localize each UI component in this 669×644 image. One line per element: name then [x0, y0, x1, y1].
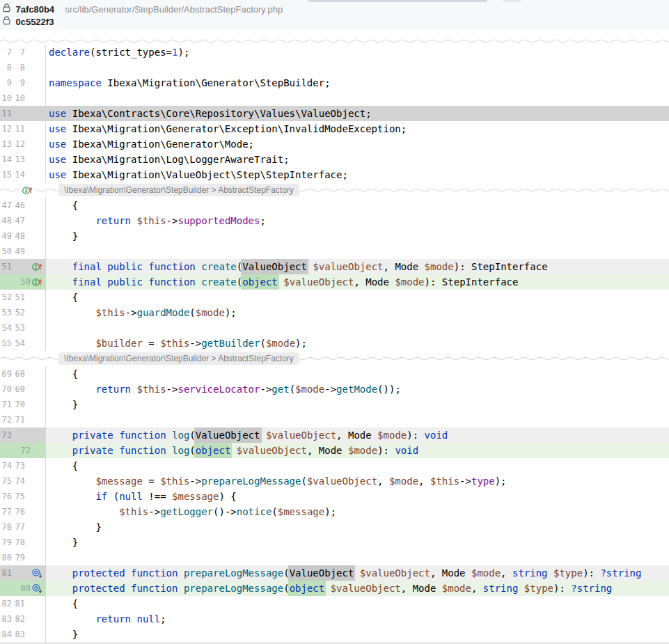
- line-number-new: 70: [13, 397, 25, 412]
- gutter: 7574: [0, 473, 46, 489]
- line-number-new: 79: [13, 550, 25, 565]
- gutter: 1211: [0, 121, 46, 136]
- line-number-new: 9: [13, 75, 25, 91]
- code-text[interactable]: [46, 244, 669, 259]
- line-number-old: 53: [0, 305, 12, 320]
- collapsed-region-breadcrumb[interactable]: \Ibexa\Migration\Generator\StepBuilder >…: [58, 184, 299, 196]
- code-text[interactable]: final public function create(ValueObject…: [46, 259, 669, 274]
- line-number-new: 11: [13, 121, 25, 136]
- line-number-new: 68: [13, 366, 25, 382]
- code-text[interactable]: [46, 91, 669, 106]
- code-text[interactable]: }: [46, 228, 669, 244]
- code-line: 7978 }: [0, 535, 669, 550]
- line-number-old: 8: [0, 60, 12, 75]
- gutter: 7069: [0, 382, 46, 397]
- line-number-new: 71: [13, 412, 25, 427]
- code-text[interactable]: if (null !== $message) {: [46, 489, 669, 504]
- line-number-new: 78: [13, 535, 25, 550]
- code-text[interactable]: [46, 320, 669, 336]
- implements-interface-icon[interactable]: [31, 261, 42, 272]
- code-line: 50 final public function create(object $…: [0, 274, 669, 290]
- code-text[interactable]: }: [46, 397, 669, 412]
- code-text[interactable]: $builder = $this->getBuilder($mode);: [46, 336, 669, 351]
- code-text[interactable]: declare(strict_types=1);: [46, 45, 669, 60]
- implements-interface-icon[interactable]: [31, 276, 42, 288]
- code-text[interactable]: use Ibexa\Contracts\Core\Repository\Valu…: [46, 106, 669, 121]
- gutter: 80: [0, 581, 46, 596]
- gutter: 7170: [0, 397, 46, 412]
- line-number-old: 69: [0, 366, 12, 382]
- code-text[interactable]: }: [46, 519, 669, 535]
- code-text[interactable]: namespace Ibexa\Migration\Generator\Step…: [46, 75, 669, 91]
- line-number-new: 7: [13, 45, 25, 60]
- code-line: 7170 }: [0, 397, 669, 412]
- code-text[interactable]: private function log(object $valueObject…: [46, 443, 669, 458]
- code-line: 72 private function log(object $valueObj…: [0, 443, 669, 458]
- diff-separator-row: \Ibexa\Migration\Generator\StepBuilder >…: [0, 351, 669, 366]
- code-line: 5453: [0, 320, 669, 336]
- code-text[interactable]: $message = $this->prepareLogMessage($val…: [46, 473, 669, 489]
- code-text[interactable]: {: [46, 290, 669, 305]
- line-number-old: 71: [0, 397, 12, 412]
- code-text[interactable]: [46, 412, 669, 427]
- line-number-old: 83: [0, 611, 12, 627]
- line-number-old: 70: [0, 382, 12, 397]
- code-text[interactable]: use Ibexa\Migration\ValueObject\Step\Ste…: [46, 167, 669, 182]
- gutter: 5049: [0, 244, 46, 259]
- line-number-new: 46: [13, 198, 25, 213]
- code-line: 5554 $builder = $this->getBuilder($mode)…: [0, 336, 669, 351]
- code-line: 4847 return $this->supportedModes;: [0, 213, 669, 228]
- code-text[interactable]: use Ibexa\Migration\Log\LoggerAwareTrait…: [46, 152, 669, 167]
- code-text[interactable]: {: [46, 366, 669, 382]
- line-number-old: 78: [0, 519, 12, 535]
- code-line: 80 protected function prepareLogMessage(…: [0, 581, 669, 596]
- code-text[interactable]: [46, 550, 669, 565]
- code-text[interactable]: $this->getLogger()->notice($message);: [46, 504, 669, 519]
- collapsed-region-breadcrumb[interactable]: \Ibexa\Migration\Generator\StepBuilder >…: [58, 352, 299, 365]
- commit-hash-old: 7afc80b4: [15, 4, 54, 15]
- code-line: 7271: [0, 412, 669, 427]
- implements-interface-icon[interactable]: [20, 184, 34, 196]
- code-text[interactable]: $this->guardMode($mode);: [46, 305, 669, 320]
- code-text[interactable]: private function log(ValueObject $valueO…: [46, 427, 669, 443]
- code-line: 8079: [0, 550, 669, 565]
- code-text[interactable]: return null;: [46, 611, 669, 627]
- diff-viewer: 7afc80b4 src/lib/Generator/StepBuilder/A…: [0, 0, 669, 644]
- line-number-old: 10: [0, 91, 12, 106]
- code-text[interactable]: }: [46, 627, 669, 642]
- code-text[interactable]: protected function prepareLogMessage(Val…: [46, 565, 669, 581]
- line-number-old: 80: [0, 550, 12, 565]
- gutter: 1312: [0, 136, 46, 152]
- line-number-new: 49: [13, 244, 25, 259]
- overridden-method-icon[interactable]: [31, 583, 42, 594]
- code-line: 4948 }: [0, 228, 669, 244]
- code-text[interactable]: final public function create(object $val…: [46, 274, 669, 290]
- line-number-old: 74: [0, 458, 12, 473]
- code-text[interactable]: use Ibexa\Migration\Generator\Exception\…: [46, 121, 669, 136]
- gutter: 7675: [0, 489, 46, 504]
- code-text[interactable]: }: [46, 535, 669, 550]
- line-number-old: 48: [0, 213, 12, 228]
- gutter: 4948: [0, 228, 46, 244]
- code-text[interactable]: {: [46, 596, 669, 611]
- line-number-old: 51: [0, 259, 12, 274]
- code-text[interactable]: [46, 60, 669, 75]
- line-number-new: 51: [13, 290, 25, 305]
- gutter: 5554: [0, 336, 46, 351]
- code-text[interactable]: use Ibexa\Migration\Generator\Mode;: [46, 136, 669, 152]
- line-number-new: 52: [13, 305, 25, 320]
- line-number-new: 73: [13, 458, 25, 473]
- code-text[interactable]: return $this->supportedModes;: [46, 213, 669, 228]
- lock-icon: [3, 3, 10, 15]
- code-text[interactable]: return $this->serviceLocator->get($mode-…: [46, 382, 669, 397]
- line-number-new: 74: [13, 473, 25, 489]
- code-line: 1312use Ibexa\Migration\Generator\Mode;: [0, 136, 669, 152]
- code-text[interactable]: {: [46, 458, 669, 473]
- line-number-new: 48: [13, 228, 25, 244]
- overridden-method-icon[interactable]: [31, 567, 42, 579]
- code-line: 1211use Ibexa\Migration\Generator\Except…: [0, 121, 669, 136]
- line-number-new: 80: [0, 581, 31, 596]
- code-text[interactable]: {: [46, 198, 669, 213]
- code-text[interactable]: protected function prepareLogMessage(obj…: [46, 581, 669, 596]
- code-line: 51 final public function create(ValueObj…: [0, 259, 669, 274]
